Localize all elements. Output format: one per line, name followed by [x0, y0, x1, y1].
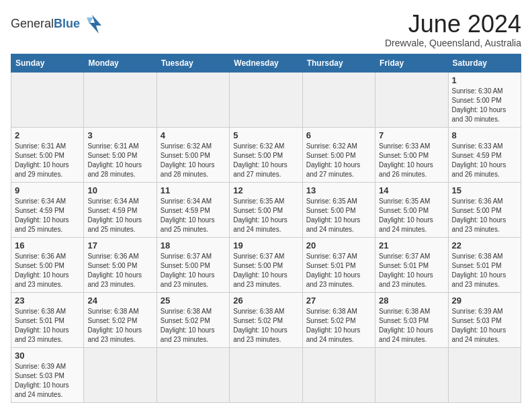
- day-info: Sunrise: 6:35 AM Sunset: 5:00 PM Dayligh…: [379, 197, 444, 234]
- day-cell: [375, 347, 448, 402]
- day-info: Sunrise: 6:35 AM Sunset: 5:00 PM Dayligh…: [233, 197, 298, 234]
- day-cell: 3Sunrise: 6:31 AM Sunset: 5:00 PM Daylig…: [84, 127, 157, 182]
- day-info: Sunrise: 6:38 AM Sunset: 5:03 PM Dayligh…: [379, 307, 444, 345]
- day-number: 5: [233, 130, 298, 140]
- day-info: Sunrise: 6:34 AM Sunset: 4:59 PM Dayligh…: [161, 197, 226, 234]
- week-row-5: 23Sunrise: 6:38 AM Sunset: 5:01 PM Dayli…: [11, 292, 521, 347]
- day-number: 1: [452, 75, 517, 85]
- week-row-3: 9Sunrise: 6:34 AM Sunset: 4:59 PM Daylig…: [11, 182, 521, 237]
- day-cell: 29Sunrise: 6:39 AM Sunset: 5:03 PM Dayli…: [448, 292, 521, 347]
- day-number: 3: [87, 130, 152, 140]
- day-info: Sunrise: 6:38 AM Sunset: 5:02 PM Dayligh…: [233, 307, 298, 345]
- day-cell: [84, 347, 157, 402]
- day-cell: 20Sunrise: 6:37 AM Sunset: 5:01 PM Dayli…: [302, 237, 375, 292]
- week-row-1: 1Sunrise: 6:30 AM Sunset: 5:00 PM Daylig…: [11, 72, 521, 127]
- day-cell: 22Sunrise: 6:38 AM Sunset: 5:01 PM Dayli…: [448, 237, 521, 292]
- day-info: Sunrise: 6:32 AM Sunset: 5:00 PM Dayligh…: [233, 142, 298, 179]
- day-cell: 5Sunrise: 6:32 AM Sunset: 5:00 PM Daylig…: [230, 127, 302, 182]
- day-info: Sunrise: 6:32 AM Sunset: 5:00 PM Dayligh…: [161, 142, 226, 179]
- day-info: Sunrise: 6:32 AM Sunset: 5:00 PM Dayligh…: [306, 142, 371, 179]
- day-number: 6: [306, 130, 371, 140]
- day-info: Sunrise: 6:33 AM Sunset: 5:00 PM Dayligh…: [379, 142, 444, 179]
- day-cell: [84, 72, 157, 127]
- day-cell: 6Sunrise: 6:32 AM Sunset: 5:00 PM Daylig…: [302, 127, 375, 182]
- day-info: Sunrise: 6:38 AM Sunset: 5:02 PM Dayligh…: [87, 307, 152, 345]
- calendar-title: June 2024: [385, 11, 521, 38]
- day-info: Sunrise: 6:38 AM Sunset: 5:01 PM Dayligh…: [452, 252, 517, 289]
- day-number: 14: [379, 185, 444, 195]
- day-number: 20: [306, 240, 371, 250]
- day-number: 22: [452, 240, 517, 250]
- day-header-tuesday: Tuesday: [157, 54, 229, 72]
- day-cell: 21Sunrise: 6:37 AM Sunset: 5:01 PM Dayli…: [375, 237, 448, 292]
- day-number: 18: [161, 240, 226, 250]
- day-header-sunday: Sunday: [11, 54, 84, 72]
- day-info: Sunrise: 6:37 AM Sunset: 5:01 PM Dayligh…: [306, 252, 371, 289]
- day-number: 11: [161, 185, 226, 195]
- day-cell: 24Sunrise: 6:38 AM Sunset: 5:02 PM Dayli…: [84, 292, 157, 347]
- day-info: Sunrise: 6:38 AM Sunset: 5:01 PM Dayligh…: [15, 307, 80, 345]
- day-cell: 23Sunrise: 6:38 AM Sunset: 5:01 PM Dayli…: [11, 292, 84, 347]
- day-number: 28: [379, 295, 444, 306]
- day-number: 9: [15, 185, 80, 195]
- day-header-saturday: Saturday: [448, 54, 521, 72]
- day-number: 13: [306, 185, 371, 195]
- day-info: Sunrise: 6:38 AM Sunset: 5:02 PM Dayligh…: [161, 307, 226, 345]
- day-info: Sunrise: 6:36 AM Sunset: 5:00 PM Dayligh…: [15, 252, 80, 289]
- day-info: Sunrise: 6:36 AM Sunset: 5:00 PM Dayligh…: [452, 197, 517, 234]
- day-cell: [11, 72, 84, 127]
- day-cell: 26Sunrise: 6:38 AM Sunset: 5:02 PM Dayli…: [230, 292, 302, 347]
- day-number: 25: [161, 295, 226, 306]
- day-cell: [230, 72, 302, 127]
- day-info: Sunrise: 6:37 AM Sunset: 5:00 PM Dayligh…: [233, 252, 298, 289]
- day-number: 29: [452, 295, 517, 306]
- calendar-subtitle: Drewvale, Queensland, Australia: [385, 38, 521, 48]
- day-info: Sunrise: 6:34 AM Sunset: 4:59 PM Dayligh…: [15, 197, 80, 234]
- day-cell: 15Sunrise: 6:36 AM Sunset: 5:00 PM Dayli…: [448, 182, 521, 237]
- day-header-friday: Friday: [375, 54, 448, 72]
- days-header-row: SundayMondayTuesdayWednesdayThursdayFrid…: [11, 54, 521, 72]
- day-number: 19: [233, 240, 298, 250]
- logo-text: GeneralBlue: [11, 17, 80, 31]
- title-block: June 2024 Drewvale, Queensland, Australi…: [385, 11, 521, 48]
- day-cell: 2Sunrise: 6:31 AM Sunset: 5:00 PM Daylig…: [11, 127, 84, 182]
- day-number: 24: [87, 295, 152, 306]
- day-number: 16: [15, 240, 80, 250]
- week-row-2: 2Sunrise: 6:31 AM Sunset: 5:00 PM Daylig…: [11, 127, 521, 182]
- day-info: Sunrise: 6:31 AM Sunset: 5:00 PM Dayligh…: [15, 142, 80, 179]
- day-cell: 12Sunrise: 6:35 AM Sunset: 5:00 PM Dayli…: [230, 182, 302, 237]
- day-info: Sunrise: 6:30 AM Sunset: 5:00 PM Dayligh…: [452, 87, 517, 124]
- day-number: 12: [233, 185, 298, 195]
- day-number: 30: [15, 351, 80, 361]
- day-number: 10: [87, 185, 152, 195]
- day-number: 27: [306, 295, 371, 306]
- day-info: Sunrise: 6:34 AM Sunset: 4:59 PM Dayligh…: [87, 197, 152, 234]
- day-info: Sunrise: 6:36 AM Sunset: 5:00 PM Dayligh…: [87, 252, 152, 289]
- day-info: Sunrise: 6:33 AM Sunset: 4:59 PM Dayligh…: [452, 142, 517, 179]
- day-cell: 1Sunrise: 6:30 AM Sunset: 5:00 PM Daylig…: [448, 72, 521, 127]
- day-number: 17: [87, 240, 152, 250]
- day-header-thursday: Thursday: [302, 54, 375, 72]
- day-cell: [157, 347, 229, 402]
- day-number: 8: [452, 130, 517, 140]
- day-cell: 19Sunrise: 6:37 AM Sunset: 5:00 PM Dayli…: [230, 237, 302, 292]
- day-cell: 9Sunrise: 6:34 AM Sunset: 4:59 PM Daylig…: [11, 182, 84, 237]
- day-header-wednesday: Wednesday: [230, 54, 302, 72]
- day-info: Sunrise: 6:31 AM Sunset: 5:00 PM Dayligh…: [87, 142, 152, 179]
- day-cell: 11Sunrise: 6:34 AM Sunset: 4:59 PM Dayli…: [157, 182, 229, 237]
- day-cell: [157, 72, 229, 127]
- day-info: Sunrise: 6:39 AM Sunset: 5:03 PM Dayligh…: [452, 307, 517, 345]
- day-cell: 4Sunrise: 6:32 AM Sunset: 5:00 PM Daylig…: [157, 127, 229, 182]
- day-number: 23: [15, 295, 80, 306]
- day-number: 21: [379, 240, 444, 250]
- day-cell: [302, 72, 375, 127]
- day-cell: 27Sunrise: 6:38 AM Sunset: 5:02 PM Dayli…: [302, 292, 375, 347]
- day-cell: 28Sunrise: 6:38 AM Sunset: 5:03 PM Dayli…: [375, 292, 448, 347]
- day-cell: 10Sunrise: 6:34 AM Sunset: 4:59 PM Dayli…: [84, 182, 157, 237]
- day-number: 7: [379, 130, 444, 140]
- logo-icon: [80, 11, 105, 36]
- day-cell: 8Sunrise: 6:33 AM Sunset: 4:59 PM Daylig…: [448, 127, 521, 182]
- day-cell: [302, 347, 375, 402]
- day-cell: 14Sunrise: 6:35 AM Sunset: 5:00 PM Dayli…: [375, 182, 448, 237]
- calendar-table: SundayMondayTuesdayWednesdayThursdayFrid…: [11, 54, 521, 403]
